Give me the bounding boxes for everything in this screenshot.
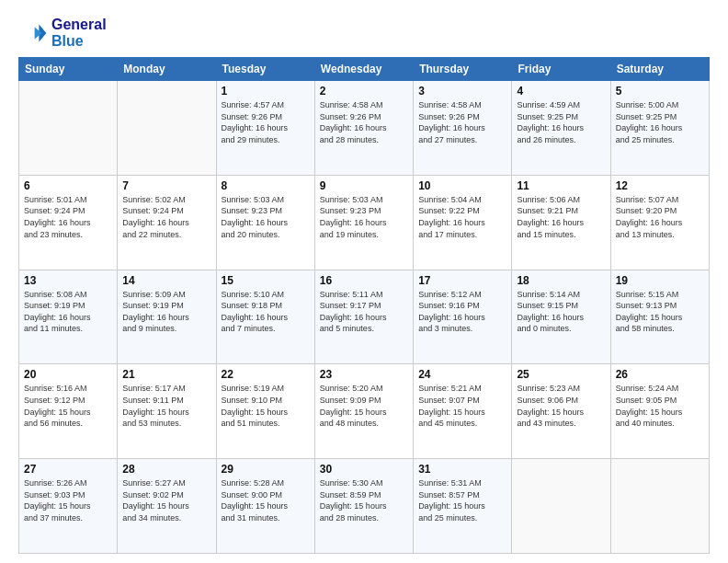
day-detail: Sunrise: 5:31 AM Sunset: 8:57 PM Dayligh… (418, 477, 506, 523)
day-number: 13 (24, 274, 112, 287)
day-cell: 3Sunrise: 4:58 AM Sunset: 9:26 PM Daylig… (414, 81, 512, 176)
day-number: 20 (24, 368, 112, 381)
day-cell: 11Sunrise: 5:06 AM Sunset: 9:21 PM Dayli… (512, 175, 610, 270)
day-number: 6 (24, 179, 112, 192)
day-number: 14 (122, 274, 210, 287)
day-number: 26 (616, 368, 704, 381)
day-cell: 24Sunrise: 5:21 AM Sunset: 9:07 PM Dayli… (414, 364, 512, 459)
day-number: 28 (122, 463, 210, 476)
day-cell: 28Sunrise: 5:27 AM Sunset: 9:02 PM Dayli… (118, 459, 216, 554)
day-cell: 31Sunrise: 5:31 AM Sunset: 8:57 PM Dayli… (414, 459, 512, 554)
day-number: 10 (418, 179, 506, 192)
day-detail: Sunrise: 5:10 AM Sunset: 9:18 PM Dayligh… (222, 289, 310, 335)
day-detail: Sunrise: 5:07 AM Sunset: 9:20 PM Dayligh… (616, 194, 704, 240)
day-cell: 10Sunrise: 5:04 AM Sunset: 9:22 PM Dayli… (414, 175, 512, 270)
day-number: 19 (616, 274, 704, 287)
day-cell: 9Sunrise: 5:03 AM Sunset: 9:23 PM Daylig… (314, 175, 413, 270)
day-cell (610, 459, 709, 554)
day-cell: 29Sunrise: 5:28 AM Sunset: 9:00 PM Dayli… (216, 459, 314, 554)
day-number: 11 (517, 179, 605, 192)
day-number: 16 (320, 274, 408, 287)
day-number: 4 (517, 85, 605, 98)
day-detail: Sunrise: 4:58 AM Sunset: 9:26 PM Dayligh… (418, 99, 506, 145)
day-cell (118, 81, 216, 176)
day-cell: 14Sunrise: 5:09 AM Sunset: 9:19 PM Dayli… (118, 270, 216, 364)
calendar-table: SundayMondayTuesdayWednesdayThursdayFrid… (18, 57, 710, 554)
day-detail: Sunrise: 5:04 AM Sunset: 9:22 PM Dayligh… (418, 194, 506, 240)
day-cell: 17Sunrise: 5:12 AM Sunset: 9:16 PM Dayli… (414, 270, 512, 364)
day-cell: 2Sunrise: 4:58 AM Sunset: 9:26 PM Daylig… (314, 81, 413, 176)
day-detail: Sunrise: 5:03 AM Sunset: 9:23 PM Dayligh… (320, 194, 408, 240)
week-row-3: 13Sunrise: 5:08 AM Sunset: 9:19 PM Dayli… (19, 270, 710, 364)
day-number: 24 (418, 368, 506, 381)
day-cell: 18Sunrise: 5:14 AM Sunset: 9:15 PM Dayli… (512, 270, 610, 364)
day-detail: Sunrise: 5:24 AM Sunset: 9:05 PM Dayligh… (616, 383, 704, 429)
day-detail: Sunrise: 5:06 AM Sunset: 9:21 PM Dayligh… (517, 194, 605, 240)
day-number: 1 (222, 85, 310, 98)
week-row-1: 1Sunrise: 4:57 AM Sunset: 9:26 PM Daylig… (19, 81, 710, 176)
week-row-4: 20Sunrise: 5:16 AM Sunset: 9:12 PM Dayli… (19, 364, 710, 459)
day-detail: Sunrise: 5:02 AM Sunset: 9:24 PM Dayligh… (122, 194, 210, 240)
week-row-2: 6Sunrise: 5:01 AM Sunset: 9:24 PM Daylig… (19, 175, 710, 270)
col-header-friday: Friday (512, 58, 610, 81)
day-number: 12 (616, 179, 704, 192)
day-number: 23 (320, 368, 408, 381)
day-cell: 25Sunrise: 5:23 AM Sunset: 9:06 PM Dayli… (512, 364, 610, 459)
page: General Blue SundayMondayTuesdayWednesda… (0, 0, 728, 563)
day-detail: Sunrise: 4:58 AM Sunset: 9:26 PM Dayligh… (320, 99, 408, 145)
day-detail: Sunrise: 5:17 AM Sunset: 9:11 PM Dayligh… (122, 383, 210, 429)
day-cell: 23Sunrise: 5:20 AM Sunset: 9:09 PM Dayli… (314, 364, 413, 459)
day-detail: Sunrise: 5:15 AM Sunset: 9:13 PM Dayligh… (616, 289, 704, 335)
day-detail: Sunrise: 5:28 AM Sunset: 9:00 PM Dayligh… (222, 477, 310, 523)
day-number: 21 (122, 368, 210, 381)
col-header-monday: Monday (118, 58, 216, 81)
day-cell: 27Sunrise: 5:26 AM Sunset: 9:03 PM Dayli… (19, 459, 118, 554)
day-detail: Sunrise: 5:09 AM Sunset: 9:19 PM Dayligh… (122, 289, 210, 335)
day-number: 5 (616, 85, 704, 98)
day-detail: Sunrise: 5:16 AM Sunset: 9:12 PM Dayligh… (24, 383, 112, 429)
logo: General Blue (18, 17, 107, 50)
day-cell: 30Sunrise: 5:30 AM Sunset: 8:59 PM Dayli… (314, 459, 413, 554)
day-detail: Sunrise: 5:03 AM Sunset: 9:23 PM Dayligh… (222, 194, 310, 240)
day-number: 9 (320, 179, 408, 192)
day-number: 17 (418, 274, 506, 287)
day-detail: Sunrise: 5:23 AM Sunset: 9:06 PM Dayligh… (517, 383, 605, 429)
day-number: 7 (122, 179, 210, 192)
day-cell: 5Sunrise: 5:00 AM Sunset: 9:25 PM Daylig… (610, 81, 709, 176)
day-detail: Sunrise: 5:01 AM Sunset: 9:24 PM Dayligh… (24, 194, 112, 240)
day-detail: Sunrise: 5:12 AM Sunset: 9:16 PM Dayligh… (418, 289, 506, 335)
day-number: 3 (418, 85, 506, 98)
day-number: 27 (24, 463, 112, 476)
day-number: 22 (222, 368, 310, 381)
day-detail: Sunrise: 5:21 AM Sunset: 9:07 PM Dayligh… (418, 383, 506, 429)
day-cell: 26Sunrise: 5:24 AM Sunset: 9:05 PM Dayli… (610, 364, 709, 459)
day-detail: Sunrise: 4:57 AM Sunset: 9:26 PM Dayligh… (222, 99, 310, 145)
day-number: 8 (222, 179, 310, 192)
day-cell: 21Sunrise: 5:17 AM Sunset: 9:11 PM Dayli… (118, 364, 216, 459)
day-detail: Sunrise: 5:30 AM Sunset: 8:59 PM Dayligh… (320, 477, 408, 523)
day-number: 30 (320, 463, 408, 476)
day-cell: 4Sunrise: 4:59 AM Sunset: 9:25 PM Daylig… (512, 81, 610, 176)
day-cell: 16Sunrise: 5:11 AM Sunset: 9:17 PM Dayli… (314, 270, 413, 364)
header: General Blue (18, 17, 710, 50)
day-number: 31 (418, 463, 506, 476)
day-cell: 12Sunrise: 5:07 AM Sunset: 9:20 PM Dayli… (610, 175, 709, 270)
calendar-header-row: SundayMondayTuesdayWednesdayThursdayFrid… (19, 58, 710, 81)
day-number: 2 (320, 85, 408, 98)
day-detail: Sunrise: 5:20 AM Sunset: 9:09 PM Dayligh… (320, 383, 408, 429)
day-cell: 15Sunrise: 5:10 AM Sunset: 9:18 PM Dayli… (216, 270, 314, 364)
day-detail: Sunrise: 5:08 AM Sunset: 9:19 PM Dayligh… (24, 289, 112, 335)
logo-text: General Blue (51, 17, 107, 50)
day-cell: 22Sunrise: 5:19 AM Sunset: 9:10 PM Dayli… (216, 364, 314, 459)
day-number: 18 (517, 274, 605, 287)
day-cell: 20Sunrise: 5:16 AM Sunset: 9:12 PM Dayli… (19, 364, 118, 459)
day-cell: 6Sunrise: 5:01 AM Sunset: 9:24 PM Daylig… (19, 175, 118, 270)
day-detail: Sunrise: 5:27 AM Sunset: 9:02 PM Dayligh… (122, 477, 210, 523)
day-number: 29 (222, 463, 310, 476)
col-header-wednesday: Wednesday (314, 58, 413, 81)
day-detail: Sunrise: 4:59 AM Sunset: 9:25 PM Dayligh… (517, 99, 605, 145)
logo-icon (18, 18, 48, 48)
day-detail: Sunrise: 5:26 AM Sunset: 9:03 PM Dayligh… (24, 477, 112, 523)
day-cell: 7Sunrise: 5:02 AM Sunset: 9:24 PM Daylig… (118, 175, 216, 270)
col-header-sunday: Sunday (19, 58, 118, 81)
